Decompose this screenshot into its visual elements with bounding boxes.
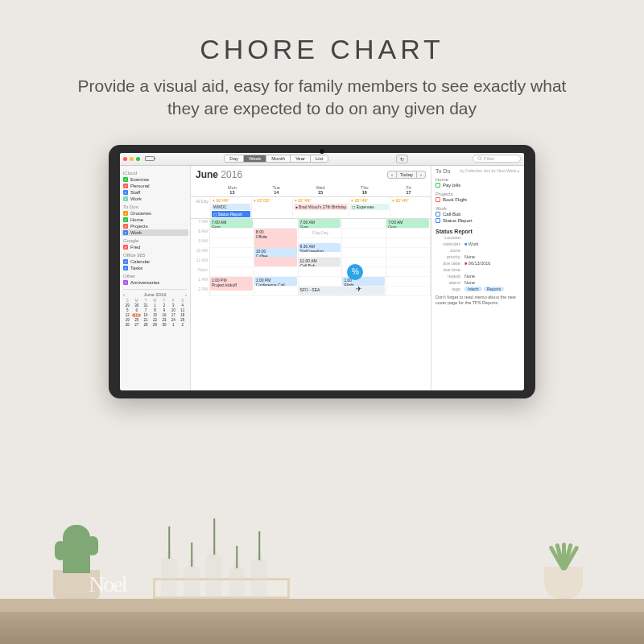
todo-item[interactable]: Pay bills — [436, 182, 520, 188]
mini-calendar[interactable]: ‹June 2016›SMTWTFS2930311234567891011121… — [123, 289, 187, 327]
todo-label: Status Report — [443, 218, 473, 223]
sidebar-item[interactable]: Tasks — [123, 265, 187, 271]
todo-note: Don't forget to read memo about the new … — [436, 295, 520, 306]
sidebar-label: Work — [130, 230, 142, 235]
sidebar-item[interactable]: Groceries — [123, 210, 187, 217]
view-segmented[interactable]: DayWeekMonthYearList — [224, 155, 328, 163]
todo-item[interactable]: Call Bob — [436, 211, 520, 217]
todo-checkbox[interactable] — [436, 212, 440, 217]
noel-sign: Noel — [89, 572, 126, 597]
sidebar-item[interactable]: Work — [122, 229, 188, 236]
sidebar-item[interactable]: Home — [123, 217, 187, 223]
todo-label: Book Flight — [443, 197, 467, 202]
sidebar-item[interactable]: Fred — [123, 244, 187, 250]
calendar-checkbox[interactable] — [123, 211, 128, 216]
todo-item[interactable]: Book Flight — [436, 196, 520, 203]
todo-checkbox[interactable] — [436, 218, 440, 223]
event[interactable]: 9:30 AMStaff meeting — [299, 243, 341, 252]
svg-line-1 — [481, 159, 482, 161]
sidebar: iCloudExercisePersonalStaffWorkTo DosGro… — [120, 166, 191, 390]
sidebar-section: Office 365 — [123, 253, 187, 258]
page-subtitle: Provide a visual aid, easy for family me… — [64, 75, 580, 121]
sidebar-section: Other — [123, 274, 187, 279]
sidebar-label: Calendar — [130, 259, 150, 264]
event[interactable]: 11:00 AMCall Bob — [299, 258, 341, 266]
sidebar-item[interactable]: Work — [123, 196, 187, 202]
sidebar-label: Personal — [130, 184, 150, 188]
window-controls[interactable] — [123, 157, 140, 161]
calendar-checkbox[interactable] — [123, 177, 128, 182]
search-icon — [477, 156, 482, 161]
event[interactable]: 7:00 AMGym — [299, 219, 341, 228]
calendar-checkbox[interactable] — [123, 224, 128, 229]
flight-bar[interactable]: SFO - SEA — [299, 287, 386, 295]
sidebar-label: Groceries — [130, 211, 151, 216]
flag-day-label: Flag Day — [210, 230, 431, 235]
todo-detail: Status ReportLocationcalendar:■ Workdone… — [436, 229, 520, 306]
sidebar-label: Tasks — [130, 266, 142, 270]
filter-placeholder: Filter — [484, 156, 494, 161]
todo-checkbox[interactable] — [436, 197, 440, 202]
sidebar-item[interactable]: Projects — [123, 223, 187, 229]
date-nav[interactable]: ‹ Today › — [387, 171, 426, 179]
allday-row: All Day☀ 66°/49°WWDC◻ Status Report☀ 63°… — [191, 197, 431, 219]
todo-item[interactable]: Status Report — [436, 217, 520, 224]
week-grid[interactable]: 7 AM8 AM9 AM10 AM11 AMNoon1 PM2 PMFlag D… — [191, 219, 431, 390]
view-month[interactable]: Month — [266, 155, 291, 162]
calendar-checkbox[interactable] — [123, 184, 128, 188]
calendar-checkbox[interactable] — [123, 217, 128, 222]
calendar-pane: June 2016 ‹ Today › Mon13Tue14Wed15Thu16… — [191, 166, 431, 390]
sidebar-section: Google — [123, 238, 187, 243]
plane-icon: ✈ — [356, 285, 362, 293]
calendar-checkbox[interactable] — [123, 190, 128, 195]
todo-pane: To Doby Calendar, due by Next Week ▸Home… — [431, 166, 524, 390]
view-list[interactable]: List — [311, 155, 328, 162]
max-dot[interactable] — [136, 157, 140, 161]
month-label: June 2016 — [196, 169, 242, 180]
view-week[interactable]: Week — [244, 155, 266, 162]
view-year[interactable]: Year — [291, 155, 311, 162]
event[interactable]: 7:00 AMGym — [386, 219, 429, 228]
event[interactable]: 10:00Coffee — [254, 248, 297, 257]
todo-label: Call Bob — [443, 212, 461, 217]
sidebar-label: Home — [130, 217, 143, 222]
view-day[interactable]: Day — [225, 155, 244, 162]
today-button[interactable]: Today — [397, 171, 416, 179]
sidebar-section: iCloud — [123, 171, 187, 175]
sidebar-label: Projects — [130, 224, 148, 229]
sidebar-label: Fred — [130, 245, 140, 250]
refresh-button[interactable]: ↻ — [396, 155, 408, 163]
sidebar-item[interactable]: Personal — [123, 183, 187, 189]
todo-title: To Doby Calendar, due by Next Week ▸ — [436, 168, 520, 174]
calendar-checkbox[interactable] — [123, 230, 128, 235]
cactus-right — [531, 546, 596, 599]
app-screen: DayWeekMonthYearList ↻ Filter iCloudExer… — [120, 153, 524, 390]
sidebar-label: Staff — [130, 190, 140, 195]
close-dot[interactable] — [123, 157, 127, 161]
sidebar-item[interactable]: Exercise — [123, 176, 187, 183]
next-button[interactable]: › — [416, 171, 426, 179]
event[interactable]: 7:00 AMGym — [210, 219, 253, 228]
event[interactable]: 1:00 PMProject kickoff — [210, 277, 253, 291]
todo-label: Pay bills — [443, 183, 460, 188]
sidebar-section: To Dos — [123, 204, 187, 209]
min-dot[interactable] — [130, 157, 134, 161]
todo-checkbox[interactable] — [436, 183, 440, 188]
event[interactable]: 1:00 PMConference Call — [254, 277, 297, 286]
calendar-checkbox[interactable] — [123, 245, 128, 250]
sidebar-item[interactable]: Anniversaries — [123, 279, 187, 286]
flight-pin-icon[interactable]: % — [347, 264, 363, 280]
sidebar-item[interactable]: Staff — [123, 189, 187, 196]
filter-search[interactable]: Filter — [473, 155, 521, 163]
calendar-checkbox[interactable] — [123, 280, 128, 285]
calendar-checkbox[interactable] — [123, 196, 128, 201]
tablet-frame: DayWeekMonthYearList ↻ Filter iCloudExer… — [109, 145, 535, 398]
calendar-checkbox[interactable] — [123, 259, 128, 264]
sidebar-label: Exercise — [130, 177, 149, 182]
sidebar-item[interactable]: Calendar — [123, 258, 187, 265]
calendar-checkbox[interactable] — [123, 266, 128, 270]
shelf-decor: Noel — [0, 451, 644, 644]
prev-button[interactable]: ‹ — [387, 171, 397, 179]
battery-icon — [145, 156, 155, 161]
bottles — [161, 555, 267, 599]
